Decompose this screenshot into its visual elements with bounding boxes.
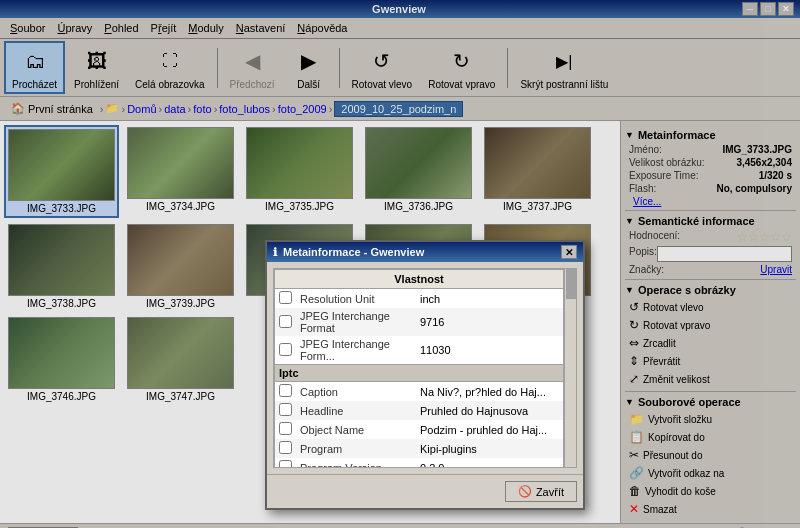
modal-close-x-button[interactable]: ✕ — [561, 245, 577, 259]
row-key: Caption — [296, 382, 416, 402]
table-row: Caption Na Niv?, pr?hled do Haj... — [275, 382, 564, 402]
row-checkbox[interactable] — [279, 422, 292, 435]
row-checkbox[interactable] — [279, 291, 292, 304]
table-row: Program Kipi-plugins — [275, 439, 564, 458]
modal-footer: 🚫 Zavřít — [267, 474, 583, 508]
modal-table-container: Vlastnost Resolution Unit inch JPEG Inte… — [273, 268, 577, 468]
row-checkbox-cell — [275, 308, 297, 336]
row-checkbox-cell — [275, 336, 297, 365]
iptc-section-header: Iptc — [275, 365, 564, 382]
row-checkbox-cell — [275, 382, 297, 402]
row-value: Kipi-plugins — [416, 439, 564, 458]
section-header-row: Iptc — [275, 365, 564, 382]
row-value: 9716 — [416, 308, 564, 336]
row-value: inch — [416, 289, 564, 309]
row-checkbox[interactable] — [279, 460, 292, 467]
modal-overlay: ℹ Metainformace - Gwenview ✕ Vlastnost — [0, 0, 800, 528]
row-checkbox-cell — [275, 439, 297, 458]
row-checkbox[interactable] — [279, 441, 292, 454]
modal-close-button[interactable]: 🚫 Zavřít — [505, 481, 577, 502]
row-checkbox[interactable] — [279, 384, 292, 397]
row-value: Na Niv?, pr?hled do Haj... — [416, 382, 564, 402]
row-value: Pruhled do Hajnusova — [416, 401, 564, 420]
modal-close-label: Zavřít — [536, 486, 564, 498]
row-key: Program — [296, 439, 416, 458]
modal-table-scroll[interactable]: Vlastnost Resolution Unit inch JPEG Inte… — [274, 269, 564, 467]
row-key: Object Name — [296, 420, 416, 439]
table-row: JPEG Interchange Format 9716 — [275, 308, 564, 336]
row-key: Program Version — [296, 458, 416, 467]
modal-close-icon: 🚫 — [518, 485, 532, 498]
modal-title-icon: ℹ — [273, 246, 277, 259]
modal-dialog: ℹ Metainformace - Gwenview ✕ Vlastnost — [265, 240, 585, 510]
modal-body: Vlastnost Resolution Unit inch JPEG Inte… — [267, 262, 583, 474]
row-value: 0.2.0 — [416, 458, 564, 467]
row-checkbox-cell — [275, 401, 297, 420]
row-value: 11030 — [416, 336, 564, 365]
modal-table: Vlastnost Resolution Unit inch JPEG Inte… — [274, 269, 564, 467]
modal-titlebar: ℹ Metainformace - Gwenview ✕ — [267, 242, 583, 262]
row-checkbox[interactable] — [279, 403, 292, 416]
modal-title: Metainformace - Gwenview — [283, 246, 424, 258]
row-checkbox[interactable] — [279, 343, 292, 356]
table-row: Object Name Podzim - pruhled do Haj... — [275, 420, 564, 439]
table-row: JPEG Interchange Form... 11030 — [275, 336, 564, 365]
modal-scrollbar[interactable] — [564, 269, 576, 467]
table-row: Resolution Unit inch — [275, 289, 564, 309]
row-key: Resolution Unit — [296, 289, 416, 309]
row-checkbox-cell — [275, 420, 297, 439]
table-row: Headline Pruhled do Hajnusova — [275, 401, 564, 420]
row-key: Headline — [296, 401, 416, 420]
row-value: Podzim - pruhled do Haj... — [416, 420, 564, 439]
row-checkbox[interactable] — [279, 315, 292, 328]
row-key: JPEG Interchange Format — [296, 308, 416, 336]
row-checkbox-cell — [275, 458, 297, 467]
modal-table-header: Vlastnost — [275, 270, 564, 289]
modal-col-property: Vlastnost — [394, 273, 444, 285]
table-row: Program Version 0.2.0 — [275, 458, 564, 467]
row-checkbox-cell — [275, 289, 297, 309]
row-key: JPEG Interchange Form... — [296, 336, 416, 365]
